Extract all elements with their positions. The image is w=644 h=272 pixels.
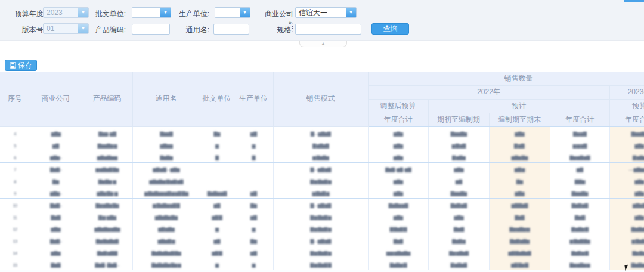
cell-y2022-forecast-period-end[interactable]: ▇▆ ▆▇▆ ▆: [489, 222, 550, 234]
cell-seq[interactable]: 11: [0, 210, 30, 222]
cell-seq[interactable]: 14: [0, 246, 30, 258]
cell-manufacturer[interactable]: ▆▇: [234, 210, 273, 222]
cell-company[interactable]: ▇▆▇–: [30, 234, 82, 246]
cell-company[interactable]: ▇▆▇:: [30, 258, 82, 270]
cell-generic-name[interactable]: ▆ ▇▆▇▆ ▆▇ ▇: [132, 198, 200, 210]
cell-y2022-annual-total[interactable]: ▇▆▇ ▆ ▇: [550, 246, 609, 258]
cell-approval-unit[interactable]: ▆: [200, 258, 234, 270]
cell-y2022-annual-total[interactable]: ▇ ▆▇▆ ▇: [550, 222, 609, 234]
cell-generic-name[interactable]: ▆▇▆▇ ▆ ▇ ▆▇ ▆▇: [132, 174, 200, 186]
cell-company[interactable]: ▆▇▆:: [30, 222, 82, 234]
cell-approval-unit[interactable]: ▆: [200, 222, 234, 234]
cell-sales-mode[interactable]: ▇ ▆ ▇▆▇ ▇: [273, 258, 368, 270]
cell-y2023-annual-total[interactable]: ▆▇▆: [609, 138, 644, 150]
chevron-down-icon[interactable]: ▼: [160, 8, 171, 17]
cell-generic-name[interactable]: ▆▇▆▆: [132, 138, 200, 150]
cell-sales-mode[interactable]: ▇ ▆ ▇▆▇ ▆: [273, 174, 368, 186]
cell-generic-name[interactable]: ▇▆▇▆▇ ▆▇ ▇▆: [132, 246, 200, 258]
cell-y2022-forecast-period-end[interactable]: ▆▇▆ ▇▆: [489, 150, 550, 162]
cell-y2022-annual-total[interactable]: ▇▆,▆▇: [550, 126, 609, 138]
cell-sales-mode[interactable]: ▇ ▆ ▇▆▇ ▆: [273, 222, 368, 234]
cell-y2022-forecast-period-end[interactable]: ▆▇ ▇▆▇▆▇: [489, 246, 550, 258]
cell-product-code[interactable]: ▇ ▆ :▆▇▆: [82, 210, 132, 222]
cell-manufacturer[interactable]: ▆▇: [234, 126, 273, 138]
cell-manufacturer[interactable]: [234, 174, 273, 186]
cell-y2022-annual-total[interactable]: ▇▆ ▆▇▆: [550, 186, 609, 198]
cell-y2023-annual-total[interactable]: ▆▇▆: [609, 186, 644, 198]
cell-product-code[interactable]: ▆▇▆▇▆ ▆▇▆: [82, 222, 132, 234]
cell-approval-unit[interactable]: [200, 174, 234, 186]
cell-y2022-annual-total[interactable]: ▆ ▇▆▇ ▇▆: [550, 234, 609, 246]
collapse-panel-handle[interactable]: ▲: [299, 41, 347, 47]
cell-y2022-forecast-period-start[interactable]: ▇▆ ▆▇▆: [428, 186, 489, 198]
cell-y2022-forecast-period-end[interactable]: ▇▆: [489, 174, 550, 186]
cell-company[interactable]: ▆▇▆:: [30, 246, 82, 258]
cell-seq[interactable]: 15: [0, 258, 30, 270]
cell-y2022-forecast-period-start[interactable]: ▆ ▇ ▆▇: [428, 138, 489, 150]
cell-sales-mode[interactable]: ▇—▆▇ ▆▇: [273, 234, 368, 246]
cell-generic-name[interactable]: ▆▇ ▆▇▆: [132, 222, 200, 234]
cell-seq[interactable]: 9: [0, 186, 30, 198]
cell-company[interactable]: ▆▇▆: [30, 126, 82, 138]
cell-generic-name[interactable]: ▇▆▇▆▇▆ ▇▆ ▆: [132, 258, 200, 270]
chevron-down-icon[interactable]: ▼: [240, 8, 250, 17]
cell-y2023-annual-total[interactable]: ▆▇▆: [609, 174, 644, 186]
cell-generic-name[interactable]: ▇▆▇▆: [132, 150, 200, 162]
cell-product-code[interactable]: ▇▆ ▇▆▇▆▇: [82, 234, 132, 246]
cell-company[interactable]: ▇▆▇–: [30, 198, 82, 210]
cell-sales-mode[interactable]: ▇ ▆▇▆▇: [273, 138, 368, 150]
cell-company[interactable]: ▇▆▇:: [30, 210, 82, 222]
chevron-down-icon[interactable]: ▼: [78, 8, 88, 17]
cell-product-code[interactable]: ▇▆ ▇▆: ▆: [82, 174, 132, 186]
cell-seq[interactable]: 4: [0, 126, 30, 138]
cell-seq[interactable]: 5: [0, 138, 30, 150]
approval-unit-select[interactable]: ▼: [132, 7, 171, 18]
cell-y2022-adjusted-annual[interactable]: ▇▆▇▆ ▆▇: [368, 198, 428, 210]
cell-y2022-forecast-period-start[interactable]: ▇▆ ▆▇▆▇: [428, 246, 489, 258]
cell-manufacturer[interactable]: ▇▆: [234, 198, 273, 210]
cell-y2023-annual-total[interactable]: ▇▆ ▇▆▇: [609, 222, 644, 234]
cell-sales-mode[interactable]: ▇—▆▇ ▆▇: [273, 162, 368, 174]
cell-sales-mode[interactable]: ▇ ▆ ▇▆▇ ▆: [273, 210, 368, 222]
cell-y2022-annual-total[interactable]: ▇▆▇ ▆▇: [550, 198, 609, 210]
cell-y2022-forecast-period-start[interactable]: ▆▇▆: [428, 210, 489, 222]
cell-y2022-annual-total[interactable]: ▇▆ ▆▇ ▆▇: [550, 150, 609, 162]
cell-approval-unit[interactable]: ▆: [200, 138, 234, 150]
cell-y2022-forecast-period-start[interactable]: ▇ ▆▇▆: [428, 150, 489, 162]
query-button[interactable]: 查询: [371, 23, 409, 35]
cell-y2022-forecast-period-start[interactable]: ▇ ▆▇: [428, 222, 489, 234]
cell-generic-name[interactable]: ▆▇▆ ▇ ▆: [132, 234, 200, 246]
cell-seq[interactable]: 7: [0, 162, 30, 174]
cell-company[interactable]: ▆▇:: [30, 138, 82, 150]
cell-y2022-adjusted-annual[interactable]: ▆▇▆: [368, 138, 428, 150]
cell-sales-mode[interactable]: ▇ ▆ ▇▆▇ ▆: [273, 246, 368, 258]
cell-company[interactable]: ▆▇▆–: [30, 150, 82, 162]
cell-product-code[interactable]: ▇▆▆▇▆ ▆: [82, 138, 132, 150]
cell-product-code[interactable]: ▆ ▆▇▆▇ ▇▆: [82, 162, 132, 174]
cell-seq[interactable]: 8: [0, 174, 30, 186]
cell-y2022-forecast-period-end[interactable]: ▆▇ ▇▆ ▇: [489, 258, 550, 270]
cell-product-code[interactable]: ▇▆ ▆▇▆ ▇▆: [82, 198, 132, 210]
cell-y2023-annual-total[interactable]: ▇▆ ▇ ▆: [609, 246, 644, 258]
cell-sales-mode[interactable]: ▇—▆▇ ▆▇: [273, 198, 368, 210]
cell-sales-mode[interactable]: ▆ ▇▆▇ ▆: [273, 186, 368, 198]
cell-approval-unit[interactable]: ▆▇ ▇: [200, 246, 234, 258]
cell-y2022-adjusted-annual[interactable]: ▆▇▆: [368, 186, 428, 198]
cell-y2023-annual-total[interactable]: ▆▇▆: [609, 210, 644, 222]
cell-y2023-annual-total[interactable]: — ▆▇▆ ▆▇: [609, 162, 644, 174]
cell-manufacturer[interactable]: ▆: [234, 222, 273, 234]
cell-y2022-annual-total[interactable]: ▆▇: [550, 162, 609, 174]
manufacturer-select[interactable]: ▼: [215, 7, 250, 18]
cell-seq[interactable]: 13: [0, 234, 30, 246]
cell-y2022-forecast-period-start[interactable]: ▇▆,▆▇▆: [428, 126, 489, 138]
cell-product-code[interactable]: ▆▇,▆▇▆ ▆: [82, 150, 132, 162]
cell-product-code[interactable]: ▇▆▇– ▇▆▇ –: [82, 258, 132, 270]
cell-y2022-adjusted-annual[interactable]: ▇▆▇: [368, 234, 428, 246]
cell-approval-unit[interactable]: ▆▇ ▇: [200, 210, 234, 222]
cell-y2022-forecast-period-start[interactable]: ▆▇: [428, 174, 489, 186]
budget-year-select[interactable]: 2023 ▼: [43, 7, 89, 18]
cell-approval-unit[interactable]: ▆▇: [200, 198, 234, 210]
cell-y2022-adjusted-annual[interactable]: ▇ ▇▆▇ ▇: [368, 222, 428, 234]
cell-product-code[interactable]: ▆▇▆ ▇▆: ▆: [82, 186, 132, 198]
generic-name-input[interactable]: [213, 24, 249, 35]
